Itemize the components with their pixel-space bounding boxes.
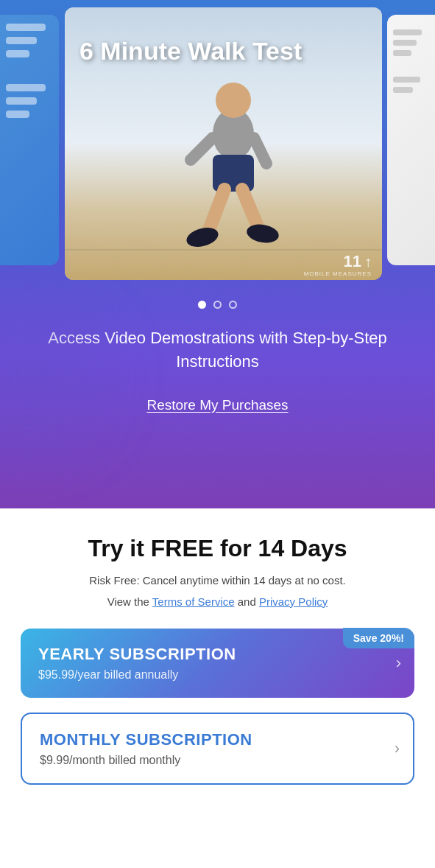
hero-description-text: Access Video Demostrations with Step-by-… xyxy=(29,326,406,374)
side-card-bar xyxy=(6,24,46,31)
brand-numbers: 11 xyxy=(344,252,361,271)
video-title-text: 6 Minute Walk Test xyxy=(79,37,367,66)
right-line xyxy=(393,50,411,56)
monthly-subscription-title: MONTHLY SUBSCRIPTION xyxy=(40,730,376,749)
right-line xyxy=(393,77,420,83)
hero-description: Access Video Demostrations with Step-by-… xyxy=(0,326,435,374)
side-card-bar xyxy=(6,97,37,105)
privacy-policy-link[interactable]: Privacy Policy xyxy=(259,595,328,608)
save-badge: Save 20%! xyxy=(343,628,414,648)
hero-section: 6 Minute Walk Test xyxy=(0,0,435,508)
main-carousel-card[interactable]: 6 Minute Walk Test xyxy=(65,7,382,280)
monthly-chevron-icon: › xyxy=(395,739,400,758)
yearly-subscription-title: YEARLY SUBSCRIPTION xyxy=(38,645,378,664)
terms-of-service-link[interactable]: Terms of Service xyxy=(152,595,235,608)
brand-arrow-icon: ↑ xyxy=(364,253,372,270)
carousel-left-card xyxy=(0,15,59,265)
svg-point-1 xyxy=(216,83,251,118)
right-line xyxy=(393,40,417,46)
svg-line-2 xyxy=(191,138,213,160)
side-card-bar xyxy=(6,84,46,91)
side-card-bar xyxy=(6,37,37,44)
side-card-bar xyxy=(6,50,29,57)
restore-link-container: Restore My Purchases xyxy=(0,397,435,413)
brand-name-text: MOBILE MEASURES xyxy=(304,270,372,277)
svg-line-5 xyxy=(208,189,224,234)
person-silhouette xyxy=(138,75,329,252)
carousel-right-card xyxy=(387,15,435,265)
risk-text: Risk Free: Cancel anytime within 14 days… xyxy=(21,573,414,589)
video-thumbnail: 6 Minute Walk Test xyxy=(65,7,382,280)
restore-purchases-link[interactable]: Restore My Purchases xyxy=(146,397,288,413)
side-card-bar xyxy=(6,111,29,118)
floor-line xyxy=(65,249,382,251)
yearly-chevron-icon: › xyxy=(396,654,401,673)
terms-prefix: View the xyxy=(107,595,152,608)
brand-watermark: 11 ↑ xyxy=(344,252,372,271)
yearly-subscription-price: $95.99/year billed annually xyxy=(38,668,378,682)
terms-and: and xyxy=(235,595,259,608)
yearly-subscription-card[interactable]: Save 20%! YEARLY SUBSCRIPTION $95.99/yea… xyxy=(21,629,414,698)
carousel-dot-3[interactable] xyxy=(229,301,237,309)
carousel-dots xyxy=(0,287,435,326)
svg-line-3 xyxy=(254,138,266,164)
free-trial-heading: Try it FREE for 14 Days xyxy=(21,535,414,562)
right-line xyxy=(393,29,422,35)
carousel-container: 6 Minute Walk Test xyxy=(0,0,435,287)
carousel-dot-2[interactable] xyxy=(213,301,222,309)
monthly-subscription-price: $9.99/month billed monthly xyxy=(40,754,376,767)
right-line xyxy=(393,87,413,93)
monthly-subscription-card[interactable]: MONTHLY SUBSCRIPTION $9.99/month billed … xyxy=(21,713,414,785)
carousel-dot-1[interactable] xyxy=(198,301,206,309)
terms-text: View the Terms of Service and Privacy Po… xyxy=(21,595,414,608)
subscription-section: Try it FREE for 14 Days Risk Free: Cance… xyxy=(0,508,435,814)
svg-line-6 xyxy=(242,189,259,230)
